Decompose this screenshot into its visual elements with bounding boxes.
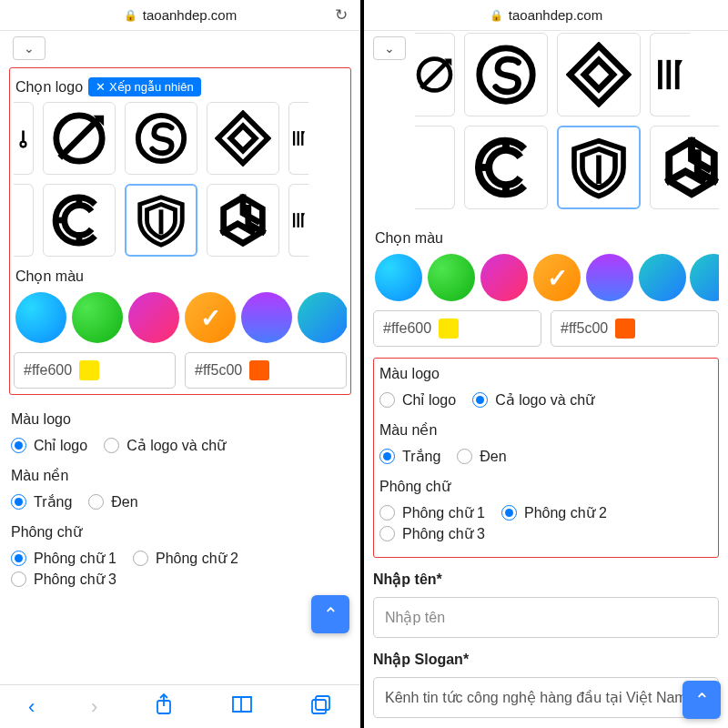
share-icon[interactable] (154, 693, 174, 722)
bookmarks-icon[interactable] (230, 694, 254, 720)
scroll-top-button[interactable]: ⌃ (682, 681, 721, 719)
color-swatch-orange-check[interactable] (185, 292, 236, 343)
color-swatch-pink-magenta[interactable] (480, 254, 528, 301)
reload-icon[interactable]: ↻ (335, 5, 348, 25)
color-swatch-teal-blue[interactable] (298, 292, 347, 343)
left-screenshot: 🔒 taoanhdep.com ↻ ⌄ Chọn logo ✕Xếp ngẫu … (0, 0, 364, 728)
radio-option[interactable]: Phông chữ 1 (11, 550, 116, 567)
radio-option[interactable]: Đen (457, 448, 506, 465)
chevron-up-icon: ⌃ (323, 603, 339, 625)
logo-option[interactable] (288, 102, 308, 175)
hex-chip (249, 360, 269, 380)
logo-option[interactable] (464, 33, 548, 116)
radio-icon (133, 551, 148, 566)
color-swatch-purple-gradient[interactable] (586, 254, 633, 301)
chevron-down-icon: ⌄ (24, 41, 35, 56)
radio-label: Phông chữ 1 (402, 504, 485, 521)
highlight-box: Chọn logo ✕Xếp ngẫu nhiên Chọn màu #ffe (9, 67, 351, 395)
radio-option[interactable]: Cả logo và chữ (472, 391, 594, 409)
logo-option[interactable] (288, 184, 308, 257)
color-swatch-purple-gradient[interactable] (241, 292, 292, 343)
radio-option[interactable]: Phông chữ 2 (133, 550, 238, 567)
radio-option[interactable]: Chỉ logo (379, 391, 456, 409)
logo-option[interactable] (207, 102, 279, 175)
shuffle-icon: ✕ (96, 80, 106, 94)
color-swatch-cyan-blue[interactable] (15, 292, 66, 343)
radio-option[interactable]: Chỉ logo (11, 437, 87, 454)
radio-icon (501, 505, 517, 521)
color-swatch-partial[interactable] (690, 254, 719, 301)
hex-input-2[interactable]: #ff5c00 (551, 310, 719, 347)
slogan-input[interactable]: Kênh tin tức công nghệ hàng đầu tại Việt… (373, 677, 719, 718)
logo-option[interactable] (415, 126, 455, 209)
logo-color-title: Màu logo (379, 366, 713, 382)
logo-option[interactable] (14, 184, 34, 257)
color-swatch-cyan-blue[interactable] (375, 254, 422, 301)
logo-option[interactable] (415, 33, 455, 116)
bg-title: Màu nền (379, 421, 713, 439)
radio-option[interactable]: Phông chữ 1 (379, 504, 485, 521)
radio-label: Trắng (34, 493, 72, 511)
logo-option[interactable] (43, 184, 116, 257)
collapse-toggle[interactable]: ⌄ (13, 36, 46, 60)
radio-option[interactable]: Đen (88, 493, 137, 511)
radio-label: Phông chữ 2 (156, 550, 238, 567)
logo-option[interactable] (557, 33, 641, 116)
logo-color-title: Màu logo (11, 411, 349, 428)
radio-label: Cả logo và chữ (126, 437, 226, 454)
shuffle-button[interactable]: ✕Xếp ngẫu nhiên (88, 77, 201, 96)
choose-color-title: Chọn màu (375, 229, 719, 247)
chevron-up-icon: ⌃ (694, 689, 710, 711)
logo-option[interactable] (650, 33, 690, 116)
color-swatch-orange-check[interactable] (533, 254, 581, 301)
radio-label: Đen (111, 494, 137, 511)
hex-value: #ff5c00 (195, 362, 242, 379)
color-swatch-row (14, 292, 347, 343)
radio-label: Phông chữ 3 (402, 525, 485, 542)
choose-color-title: Chọn màu (15, 268, 347, 285)
slogan-label: Nhập Slogan* (373, 651, 719, 668)
radio-icon (379, 449, 395, 464)
color-swatch-pink-magenta[interactable] (128, 292, 179, 343)
hex-chip (615, 318, 635, 339)
radio-icon (379, 526, 395, 541)
font-title: Phông chữ (11, 523, 349, 541)
chevron-down-icon: ⌄ (384, 41, 395, 56)
logo-option[interactable] (650, 126, 719, 209)
radio-option[interactable]: Trắng (11, 493, 72, 511)
logo-option[interactable] (43, 102, 116, 175)
back-button[interactable]: ‹ (28, 695, 35, 719)
logo-option-selected[interactable] (125, 184, 197, 257)
name-input[interactable]: Nhập tên (373, 597, 719, 638)
name-label: Nhập tên* (373, 571, 719, 588)
color-swatch-teal-blue[interactable] (639, 254, 686, 301)
address-bar: 🔒 taoanhdep.com (364, 0, 728, 31)
collapse-toggle[interactable]: ⌄ (373, 36, 406, 60)
address-bar: 🔒 taoanhdep.com ↻ (0, 0, 360, 31)
svg-rect-18 (316, 696, 329, 710)
logo-option[interactable] (464, 126, 548, 209)
color-swatch-green[interactable] (428, 254, 475, 301)
radio-label: Cả logo và chữ (495, 391, 594, 409)
hex-input-2[interactable]: #ff5c00 (185, 352, 347, 389)
radio-option[interactable]: Cả logo và chữ (104, 437, 226, 454)
logo-option-selected[interactable] (557, 126, 641, 209)
hex-input-1[interactable]: #ffe600 (373, 310, 541, 347)
logo-option[interactable] (207, 184, 279, 257)
shuffle-label: Xếp ngẫu nhiên (109, 80, 194, 94)
radio-option[interactable]: Phông chữ 3 (11, 571, 116, 588)
font-title: Phông chữ (379, 478, 713, 495)
hex-input-1[interactable]: #ffe600 (14, 352, 176, 389)
color-swatch-green[interactable] (72, 292, 123, 343)
radio-option[interactable]: Trắng (379, 448, 440, 465)
tabs-icon[interactable] (310, 694, 332, 720)
radio-icon (472, 392, 488, 408)
scroll-top-button[interactable]: ⌃ (311, 595, 349, 633)
radio-option[interactable]: Phông chữ 3 (379, 525, 485, 542)
hex-value: #ff5c00 (561, 320, 608, 337)
radio-icon (379, 392, 395, 408)
radio-option[interactable]: Phông chữ 2 (501, 504, 607, 521)
radio-icon (457, 449, 472, 464)
logo-option[interactable] (14, 102, 34, 175)
logo-option[interactable] (125, 102, 197, 175)
